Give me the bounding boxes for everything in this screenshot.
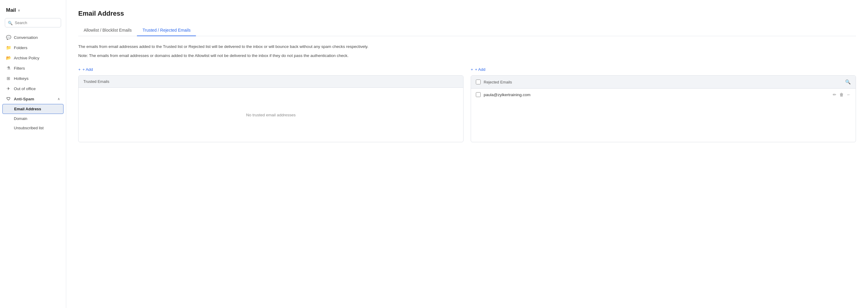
sidebar-sub-item-domain[interactable]: Domain [0, 114, 66, 123]
out-of-office-icon: ✈ [6, 86, 11, 91]
columns-area: + + Add Trusted Emails No trusted email … [78, 67, 856, 142]
row-actions: ✏ 🗑 ← [833, 92, 851, 97]
trusted-emails-table: Trusted Emails No trusted email addresse… [78, 75, 464, 142]
sidebar: Mail ∨ 🔍 💬 Conversation 📁 Folders 📂 Arch… [0, 0, 66, 308]
rejected-header-label: Rejected Emails [484, 80, 512, 84]
chevron-up-icon: ∧ [58, 97, 60, 101]
row-checkbox[interactable] [476, 92, 480, 97]
sidebar-item-out-of-office[interactable]: ✈ Out of office [0, 83, 66, 94]
rejected-emails-table: Rejected Emails 🔍 paula@zylkertraining.c… [471, 75, 856, 142]
row-email: paula@zylkertraining.com [484, 92, 830, 97]
rejected-emails-column: + + Add Rejected Emails 🔍 paula@zylkertr… [471, 67, 856, 142]
main-content: Email Address Allowlist / Blocklist Emai… [66, 0, 868, 308]
tab-allowlist-blocklist[interactable]: Allowlist / Blocklist Emails [78, 25, 137, 36]
sidebar-sub-item-unsubscribed-list[interactable]: Unsubscribed list [0, 123, 66, 133]
folders-icon: 📁 [6, 45, 11, 50]
plus-icon: + [78, 67, 81, 72]
description-note: Note: The emails from email addresses or… [78, 52, 856, 59]
tab-trusted-rejected[interactable]: Trusted / Rejected Emails [137, 25, 196, 36]
trusted-header-label: Trusted Emails [83, 79, 109, 84]
edit-icon[interactable]: ✏ [833, 92, 836, 97]
sidebar-item-label: Hotkeys [14, 76, 29, 81]
delete-icon[interactable]: 🗑 [839, 92, 844, 97]
sidebar-sub-item-email-address[interactable]: Email Address [2, 104, 63, 114]
sidebar-item-anti-spam[interactable]: 🛡 Anti-Spam ∧ [0, 94, 66, 104]
sidebar-group-label: Anti-Spam [14, 97, 34, 101]
sidebar-sub-label: Email Address [14, 107, 41, 111]
rejected-add-button[interactable]: + + Add [471, 67, 856, 72]
sidebar-item-label: Filters [14, 66, 25, 71]
sidebar-item-label: Folders [14, 46, 27, 50]
page-title: Email Address [78, 10, 856, 18]
rejected-select-all-checkbox[interactable] [476, 80, 480, 84]
sidebar-item-folders[interactable]: 📁 Folders [0, 43, 66, 53]
plus-icon: + [471, 67, 473, 72]
table-row: paula@zylkertraining.com ✏ 🗑 ← [471, 89, 856, 101]
sidebar-item-filters[interactable]: ⚗ Filters [0, 63, 66, 73]
conversation-icon: 💬 [6, 35, 11, 40]
rejected-search-icon[interactable]: 🔍 [845, 79, 851, 85]
sidebar-sub-label: Domain [14, 116, 27, 121]
tab-bar: Allowlist / Blocklist Emails Trusted / R… [78, 25, 856, 36]
sidebar-sub-label: Unsubscribed list [14, 126, 44, 130]
rejected-table-header: Rejected Emails 🔍 [471, 76, 856, 89]
trusted-add-button[interactable]: + + Add [78, 67, 464, 72]
sidebar-item-conversation[interactable]: 💬 Conversation [0, 32, 66, 43]
chevron-down-icon: ∨ [18, 8, 20, 12]
archive-icon: 📂 [6, 55, 11, 60]
trusted-empty-message: No trusted email addresses [79, 88, 463, 142]
sidebar-header[interactable]: Mail ∨ [0, 5, 66, 18]
hotkeys-icon: ⊞ [6, 76, 11, 81]
search-icon: 🔍 [8, 21, 13, 25]
trusted-table-header: Trusted Emails [79, 76, 463, 88]
sidebar-title: Mail [6, 7, 16, 13]
search-input[interactable] [5, 18, 61, 27]
anti-spam-icon: 🛡 [6, 96, 11, 101]
undo-icon[interactable]: ← [847, 92, 851, 97]
filters-icon: ⚗ [6, 66, 11, 71]
sidebar-item-label: Out of office [14, 86, 36, 91]
trusted-emails-column: + + Add Trusted Emails No trusted email … [78, 67, 464, 142]
sidebar-item-label: Archive Policy [14, 56, 39, 60]
description-text: The emails from email addresses added to… [78, 44, 856, 50]
sidebar-item-hotkeys[interactable]: ⊞ Hotkeys [0, 73, 66, 83]
search-container: 🔍 [5, 18, 61, 27]
sidebar-item-label: Conversation [14, 35, 38, 40]
sidebar-item-archive-policy[interactable]: 📂 Archive Policy [0, 53, 66, 63]
